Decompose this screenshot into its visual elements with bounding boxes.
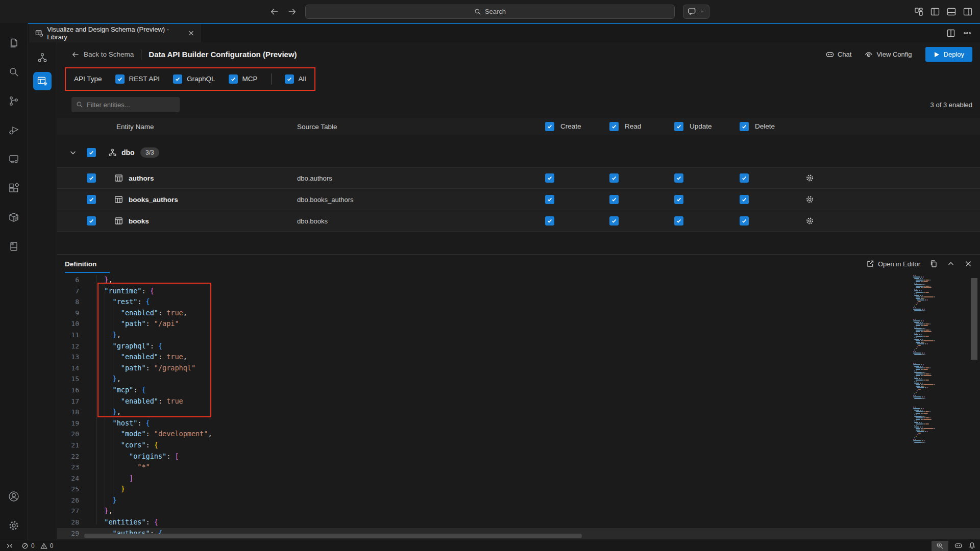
code-line[interactable]: 22 "origins": [ bbox=[57, 451, 980, 462]
entity-table-row[interactable]: books dbo.books bbox=[57, 210, 980, 232]
code-line[interactable]: 25 } bbox=[57, 484, 980, 495]
code-line[interactable]: 10 "path": "/api" bbox=[57, 318, 980, 330]
entity-settings-gear-icon[interactable] bbox=[805, 174, 814, 183]
account-icon[interactable] bbox=[0, 482, 28, 511]
code-line[interactable]: 28 "entities": { bbox=[57, 517, 980, 528]
crud-checkbox[interactable] bbox=[545, 216, 554, 226]
collapse-panel-icon[interactable] bbox=[947, 260, 955, 268]
horizontal-scrollbar[interactable] bbox=[84, 534, 582, 538]
graphql-checkbox[interactable] bbox=[173, 74, 182, 84]
source-control-icon[interactable] bbox=[0, 86, 28, 115]
filter-entities-box[interactable] bbox=[71, 97, 180, 112]
open-in-editor-button[interactable]: Open in Editor bbox=[866, 260, 920, 268]
crud-checkbox[interactable] bbox=[740, 216, 749, 226]
code-line[interactable]: 19 "host": { bbox=[57, 418, 980, 429]
command-center-search[interactable]: Search bbox=[305, 5, 675, 19]
tab-visualize-design-schema[interactable]: Visualize and Design Schema (Preview) - … bbox=[29, 24, 201, 42]
crud-checkbox[interactable] bbox=[740, 173, 749, 183]
toggle-secondary-sidebar-icon[interactable] bbox=[963, 7, 973, 17]
forward-arrow-button[interactable] bbox=[287, 7, 297, 17]
code-line[interactable]: 20 "mode": "development", bbox=[57, 429, 980, 440]
copilot-status-icon[interactable] bbox=[954, 542, 962, 549]
deploy-button[interactable]: Deploy bbox=[925, 47, 972, 62]
group-checkbox[interactable] bbox=[87, 148, 96, 157]
notifications-bell-icon[interactable] bbox=[968, 542, 976, 549]
toggle-primary-sidebar-icon[interactable] bbox=[930, 7, 940, 17]
entity-table-row[interactable]: books_authors dbo.books_authors bbox=[57, 189, 980, 210]
vertical-scrollbar[interactable] bbox=[971, 278, 977, 360]
code-line[interactable]: 15 }, bbox=[57, 373, 980, 385]
code-line[interactable]: 21 "cors": { bbox=[57, 440, 980, 451]
code-line[interactable]: 11 }, bbox=[57, 330, 980, 341]
entity-settings-gear-icon[interactable] bbox=[805, 216, 814, 225]
entity-row-checkbox[interactable] bbox=[87, 195, 96, 204]
search-icon[interactable] bbox=[0, 57, 28, 86]
code-line[interactable]: 8 "rest": { bbox=[57, 296, 980, 308]
back-arrow-button[interactable] bbox=[270, 7, 280, 17]
copy-icon[interactable] bbox=[929, 260, 938, 268]
settings-gear-icon[interactable] bbox=[0, 511, 28, 540]
update-all-checkbox[interactable] bbox=[674, 122, 683, 131]
customize-layout-icon[interactable] bbox=[914, 7, 924, 17]
crud-checkbox[interactable] bbox=[609, 195, 619, 204]
crud-checkbox[interactable] bbox=[740, 195, 749, 204]
copilot-chat-toggle-button[interactable] bbox=[683, 5, 709, 19]
code-line[interactable]: 9 "enabled": true, bbox=[57, 308, 980, 319]
containers-icon[interactable] bbox=[0, 203, 28, 232]
database-projects-icon[interactable] bbox=[0, 232, 28, 261]
entity-row-checkbox[interactable] bbox=[87, 216, 96, 226]
zoom-status-button[interactable] bbox=[932, 541, 948, 551]
more-actions-icon[interactable] bbox=[963, 29, 972, 38]
table-icon bbox=[114, 195, 123, 204]
crud-checkbox[interactable] bbox=[545, 173, 554, 183]
code-line[interactable]: 24 ] bbox=[57, 473, 980, 484]
code-line[interactable]: 27 }, bbox=[57, 506, 980, 517]
close-panel-icon[interactable] bbox=[964, 260, 972, 268]
problems-indicator[interactable]: 0 0 bbox=[21, 542, 53, 549]
code-line[interactable]: 6 }, bbox=[57, 274, 980, 286]
code-line[interactable]: 13 "enabled": true, bbox=[57, 352, 980, 363]
code-editor[interactable]: 6 },7 "runtime": {8 "rest": {9 "enabled"… bbox=[57, 273, 980, 540]
definition-tab[interactable]: Definition bbox=[65, 260, 96, 268]
read-all-checkbox[interactable] bbox=[609, 122, 619, 131]
crud-checkbox[interactable] bbox=[609, 216, 619, 226]
crud-checkbox[interactable] bbox=[674, 216, 683, 226]
crud-checkbox[interactable] bbox=[609, 173, 619, 183]
code-line[interactable]: 26 } bbox=[57, 495, 980, 506]
code-line[interactable]: 14 "path": "/graphql" bbox=[57, 363, 980, 374]
code-line[interactable]: 16 "mcp": { bbox=[57, 385, 980, 396]
crud-checkbox[interactable] bbox=[545, 195, 554, 204]
chat-button[interactable]: Chat bbox=[826, 51, 851, 59]
dab-config-view-icon[interactable] bbox=[33, 72, 52, 90]
crud-checkbox[interactable] bbox=[674, 173, 683, 183]
create-all-checkbox[interactable] bbox=[545, 122, 554, 131]
minimap[interactable] bbox=[911, 275, 954, 538]
extensions-icon[interactable] bbox=[0, 173, 28, 203]
all-checkbox[interactable] bbox=[285, 74, 294, 84]
chevron-down-icon[interactable] bbox=[69, 148, 77, 157]
code-line[interactable]: 12 "graphql": { bbox=[57, 341, 980, 352]
tab-close-icon[interactable] bbox=[187, 29, 195, 37]
split-editor-icon[interactable] bbox=[946, 29, 955, 38]
remote-indicator-icon[interactable] bbox=[6, 542, 13, 549]
filter-entities-input[interactable] bbox=[87, 101, 175, 109]
run-debug-icon[interactable] bbox=[0, 115, 28, 144]
schema-view-icon[interactable] bbox=[33, 48, 52, 67]
code-line[interactable]: 23 "*" bbox=[57, 462, 980, 473]
explorer-icon[interactable] bbox=[0, 28, 28, 57]
entity-settings-gear-icon[interactable] bbox=[805, 195, 814, 204]
code-line[interactable]: 18 }, bbox=[57, 407, 980, 418]
entity-table-row[interactable]: authors dbo.authors bbox=[57, 167, 980, 189]
rest-api-checkbox[interactable] bbox=[115, 74, 125, 84]
remote-explorer-icon[interactable] bbox=[0, 144, 28, 173]
back-to-schema-button[interactable]: Back to Schema bbox=[71, 51, 134, 59]
delete-all-checkbox[interactable] bbox=[740, 122, 749, 131]
crud-checkbox[interactable] bbox=[674, 195, 683, 204]
code-line[interactable]: 17 "enabled": true bbox=[57, 396, 980, 407]
entity-row-checkbox[interactable] bbox=[87, 173, 96, 183]
code-line[interactable]: 7 "runtime": { bbox=[57, 286, 980, 297]
entity-name: books_authors bbox=[129, 195, 178, 203]
toggle-panel-icon[interactable] bbox=[946, 7, 957, 17]
view-config-button[interactable]: View Config bbox=[865, 51, 912, 59]
mcp-checkbox[interactable] bbox=[229, 74, 238, 84]
